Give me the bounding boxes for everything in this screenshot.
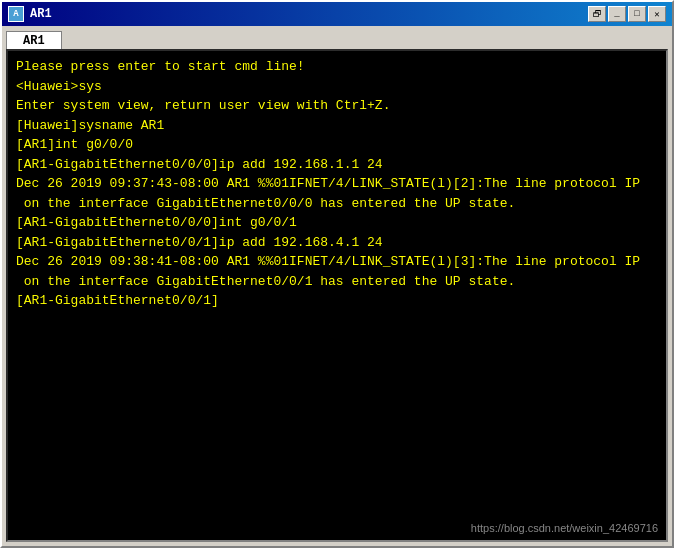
window-title: AR1 [30,7,52,21]
maximize-button[interactable]: □ [628,6,646,22]
tab-bar: AR1 [2,26,672,49]
restore-button[interactable]: 🗗 [588,6,606,22]
tab-ar1[interactable]: AR1 [6,31,62,50]
close-button[interactable]: ✕ [648,6,666,22]
terminal-line: [AR1-GigabitEthernet0/0/1]ip add 192.168… [16,233,658,253]
terminal-line: Dec 26 2019 09:38:41-08:00 AR1 %%01IFNET… [16,252,658,272]
terminal-content: Please press enter to start cmd line!<Hu… [16,57,658,534]
terminal-line: <Huawei>sys [16,77,658,97]
minimize-button[interactable]: _ [608,6,626,22]
terminal-line: Dec 26 2019 09:37:43-08:00 AR1 %%01IFNET… [16,174,658,194]
terminal-line: on the interface GigabitEthernet0/0/1 ha… [16,272,658,292]
terminal-line: [Huawei]sysname AR1 [16,116,658,136]
terminal-line: [AR1]int g0/0/0 [16,135,658,155]
title-bar-left: A AR1 [8,6,52,22]
title-bar: A AR1 🗗 _ □ ✕ [2,2,672,26]
terminal-line: on the interface GigabitEthernet0/0/0 ha… [16,194,658,214]
main-window: A AR1 🗗 _ □ ✕ AR1 Please press enter to … [0,0,674,548]
terminal-line: [AR1-GigabitEthernet0/0/0]ip add 192.168… [16,155,658,175]
window-icon: A [8,6,24,22]
terminal-line: Please press enter to start cmd line! [16,57,658,77]
title-buttons: 🗗 _ □ ✕ [588,6,666,22]
terminal-wrapper: Please press enter to start cmd line!<Hu… [6,49,668,542]
terminal-line: [AR1-GigabitEthernet0/0/0]int g0/0/1 [16,213,658,233]
terminal-line: [AR1-GigabitEthernet0/0/1] [16,291,658,311]
terminal-line: Enter system view, return user view with… [16,96,658,116]
watermark: https://blog.csdn.net/weixin_42469716 [471,522,658,534]
